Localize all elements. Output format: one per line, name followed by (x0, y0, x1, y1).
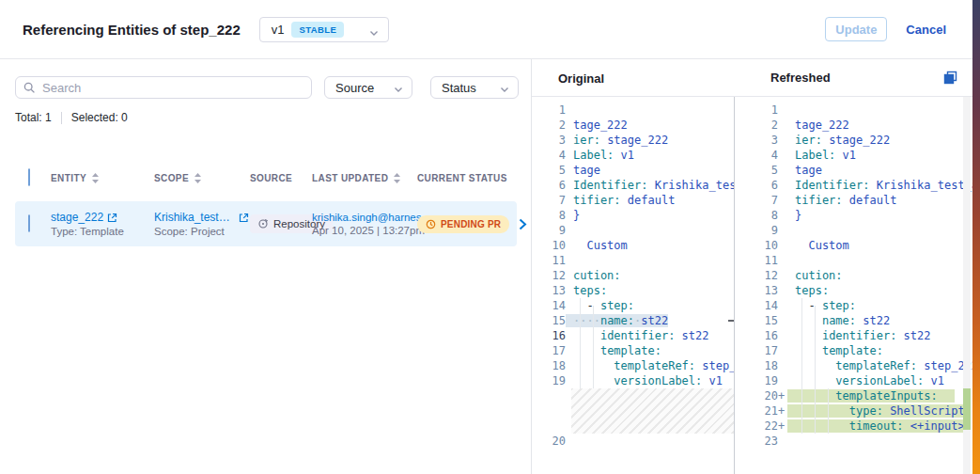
code-line[interactable]: 2tage_222 (735, 118, 972, 133)
line-number: 2 (532, 118, 566, 132)
line-number: 4 (735, 149, 778, 162)
code-line[interactable]: 14 - step: (532, 298, 734, 313)
external-link-icon[interactable] (107, 213, 117, 223)
diff-header: Original Refreshed (532, 59, 972, 97)
code-line[interactable]: 3ier: stage_222 (735, 133, 972, 148)
totals-row: Total: 1 Selected: 0 (0, 111, 531, 124)
status-cell: PENDING PR (417, 215, 517, 233)
code-line[interactable]: 16 identifier: st22 (532, 328, 734, 343)
code-text: cution: (787, 269, 843, 282)
code-line[interactable]: 9 (735, 223, 972, 238)
cancel-button[interactable]: Cancel (906, 23, 946, 37)
code-line[interactable]: 23 (735, 434, 972, 449)
line-number: 8 (735, 209, 778, 222)
code-line[interactable]: 17 template: (532, 343, 734, 358)
line-number: 6 (532, 179, 566, 192)
scope-link[interactable]: Krishika_test_au... (154, 211, 235, 224)
code-line[interactable]: 10 Custom (532, 238, 734, 253)
code-line[interactable]: 12cution: (532, 268, 734, 283)
code-line[interactable]: 16 identifier: st22 (735, 328, 972, 343)
code-line[interactable]: 20+ templateInputs: (735, 388, 972, 403)
code-line[interactable]: 10 Custom (735, 238, 972, 253)
code-line[interactable]: 12cution: (735, 268, 972, 283)
line-number: 7 (532, 194, 566, 207)
copy-icon[interactable] (943, 71, 957, 85)
code-line[interactable]: 7tifier: default (735, 193, 972, 208)
diff-add-marker: + (778, 389, 787, 403)
sort-icon[interactable] (194, 173, 201, 183)
code-line[interactable]: 20 (532, 434, 734, 449)
code-line[interactable]: 15····name:·st22 (532, 313, 734, 328)
refreshed-editor[interactable]: 12tage_2223ier: stage_2224Label: v15tage… (735, 97, 972, 474)
refreshed-panel-title: Refreshed (770, 71, 831, 85)
code-line[interactable]: 5tage (532, 163, 734, 178)
code-line[interactable]: 15 name: st22 (735, 313, 972, 328)
line-number: 15 (532, 314, 566, 327)
code-line[interactable]: 7tifier: default (532, 193, 734, 208)
line-number: 12 (532, 269, 566, 282)
indent-guide (815, 306, 816, 434)
version-select[interactable]: v1 STABLE (259, 17, 389, 42)
code-line[interactable]: 4Label: v1 (735, 148, 972, 163)
line-number: 20 (532, 434, 566, 448)
code-line[interactable]: 11 (735, 253, 972, 268)
status-filter-select[interactable]: Status (430, 76, 519, 99)
code-line[interactable]: 21+ type: ShellScript (735, 403, 972, 419)
code-line[interactable]: 13teps: (735, 283, 972, 298)
code-line[interactable]: 13teps: (532, 283, 734, 298)
code-line[interactable]: 1 (735, 103, 972, 118)
line-number: 16 (532, 329, 566, 342)
stable-badge: STABLE (291, 22, 344, 38)
source-filter-select[interactable]: Source (324, 76, 412, 99)
code-line[interactable]: 5tage (735, 163, 972, 178)
clock-icon (426, 219, 436, 229)
update-button[interactable]: Update (825, 17, 887, 41)
code-line[interactable]: 6Identifier: Krishika_test_aut (735, 178, 972, 193)
code-line[interactable]: 4Label: v1 (532, 148, 734, 163)
line-number: 13 (735, 284, 778, 297)
code-line[interactable]: 19 versionLabel: v1 (735, 373, 972, 388)
screen: Referencing Entities of step_222 v1 STAB… (0, 0, 980, 474)
line-number: 20 (735, 389, 778, 403)
code-line[interactable]: 11 (532, 253, 734, 268)
external-link-icon[interactable] (239, 213, 249, 223)
code-text: templateInputs: (787, 389, 955, 403)
line-number: 10 (532, 239, 566, 252)
overview-ruler[interactable] (963, 97, 971, 474)
row-checkbox[interactable] (28, 214, 30, 232)
select-all-checkbox[interactable] (28, 168, 30, 186)
cursor-marker (728, 320, 735, 322)
code-line[interactable]: 18 templateRef: step_222 (735, 358, 972, 373)
line-number: 8 (532, 209, 566, 222)
entity-link[interactable]: stage_222 (51, 211, 103, 224)
sort-icon[interactable] (394, 173, 400, 183)
code-line[interactable]: 17 template: (735, 343, 972, 358)
code-line[interactable]: 3ier: stage_222 (532, 133, 734, 148)
code-line[interactable]: 8} (735, 208, 972, 223)
code-line[interactable]: 9 (532, 223, 734, 238)
background-gradient-strip (972, 0, 980, 474)
indent-guide (593, 306, 594, 388)
code-line[interactable]: 19 versionLabel: v1 (532, 373, 734, 388)
table-row[interactable]: stage_222 Type: Template Krishika_test_a… (15, 201, 517, 246)
code-line[interactable]: 18 templateRef: step_222 (532, 358, 734, 373)
code-line[interactable]: 2tage_222 (532, 118, 734, 133)
code-line[interactable]: 8} (532, 208, 734, 223)
search-input[interactable] (42, 81, 303, 95)
original-editor[interactable]: 12tage_2223ier: stage_2224Label: v15tage… (532, 97, 735, 474)
line-number: 14 (532, 299, 566, 312)
line-number: 4 (532, 149, 566, 162)
line-number: 5 (735, 164, 778, 177)
original-panel-title: Original (558, 71, 604, 86)
line-number: 16 (735, 329, 778, 342)
code-line[interactable]: 6Identifier: Krishika_test_aut (532, 178, 734, 193)
line-number: 1 (735, 103, 778, 117)
selected-count: Selected: 0 (71, 111, 128, 124)
line-number: 13 (532, 284, 566, 297)
source-cell: Repository (250, 214, 312, 233)
sort-icon[interactable] (92, 173, 99, 183)
code-line[interactable]: 22+ timeout: <+input> (735, 419, 972, 434)
code-line[interactable]: 14 - step: (735, 298, 972, 313)
code-line[interactable]: 1 (532, 103, 734, 118)
chevron-right-icon[interactable] (519, 218, 527, 230)
